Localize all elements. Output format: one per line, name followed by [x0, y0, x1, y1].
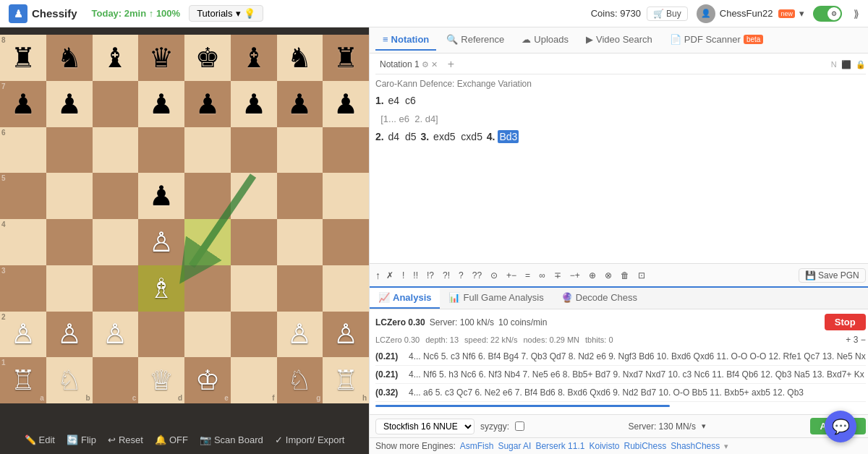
cell-g3[interactable] — [277, 265, 323, 312]
move-up-icon[interactable]: ↑ — [375, 270, 380, 281]
cell-f3[interactable] — [231, 265, 277, 312]
cell-a7[interactable]: ♟7 — [0, 81, 46, 127]
cell-b7[interactable]: ♟ — [46, 81, 93, 127]
annotation-mp-button[interactable]: ∓ — [551, 269, 564, 282]
more-engines-icon[interactable]: ▾ — [724, 442, 728, 451]
buy-button[interactable]: 🛒 Buy — [647, 7, 688, 21]
cell-g5[interactable] — [277, 173, 323, 219]
scan-board-button[interactable]: 📷 Scan Board — [200, 434, 263, 445]
cell-h5[interactable] — [323, 173, 369, 219]
tab-uploads[interactable]: ☁ Uploads — [514, 30, 576, 51]
cell-h7[interactable]: ♟ — [323, 81, 369, 127]
edit-button[interactable]: ✏️ Edit — [25, 434, 55, 445]
cell-e8[interactable]: ♚ — [184, 35, 231, 81]
cell-h8[interactable]: ♜ — [323, 35, 369, 81]
cell-f2[interactable] — [231, 312, 277, 358]
engine-link-rubichess[interactable]: RubiChess — [624, 441, 667, 451]
tab-notation[interactable]: ≡ Notation — [375, 30, 436, 51]
cell-b2[interactable]: ♙ — [46, 312, 93, 358]
engine-link-koivisto[interactable]: Koivisto — [589, 441, 619, 451]
cell-c2[interactable]: ♙ — [93, 312, 139, 358]
cell-a4[interactable]: 4 — [0, 219, 46, 265]
collapse-icon[interactable]: ⟫ — [854, 8, 859, 20]
engine-toggle[interactable]: ⚙ — [813, 6, 842, 22]
cell-g7[interactable]: ♟ — [277, 81, 323, 127]
move-d5[interactable]: d5 — [404, 130, 420, 143]
cell-d7[interactable]: ♟ — [138, 81, 184, 127]
annotation-inf-button[interactable]: ∞ — [536, 269, 548, 282]
annotation-plus-minus-button[interactable]: +− — [503, 269, 519, 282]
reset-button[interactable]: ↩ Reset — [108, 434, 143, 445]
tab-pdf-scanner[interactable]: 📄 PDF Scanner beta — [663, 30, 771, 51]
cell-g4[interactable] — [277, 219, 323, 265]
cell-c1[interactable]: c — [93, 357, 139, 403]
eval-line-1[interactable]: (0.21) 4... Nc6 5. c3 Nf6 6. Bf4 Bg4 7. … — [375, 348, 866, 366]
tab-analysis[interactable]: 📈 Analysis — [370, 288, 440, 309]
delete-button[interactable]: 🗑 — [618, 269, 632, 282]
cell-h1[interactable]: ♖h — [323, 357, 369, 403]
cell-f8[interactable]: ♝ — [231, 35, 277, 81]
annotation-q-exclaim-button[interactable]: ?! — [440, 269, 453, 282]
cell-b5[interactable] — [46, 173, 93, 219]
cell-b4[interactable] — [46, 219, 93, 265]
tutorials-button[interactable]: Tutorials ▾ 💡 — [189, 5, 263, 22]
cell-a2[interactable]: ♙2 — [0, 312, 46, 358]
cell-e7[interactable]: ♟ — [184, 81, 231, 127]
discord-button[interactable]: 💬 — [825, 411, 856, 442]
move-c6[interactable]: c6 — [404, 94, 417, 107]
stop-button[interactable]: Stop — [825, 314, 866, 330]
cell-a6[interactable]: 6 — [0, 127, 46, 174]
notation-tab-1[interactable]: Notation 1 ⚙ ✕ — [375, 58, 442, 71]
cell-c3[interactable] — [93, 265, 139, 312]
add-notation-tab-button[interactable]: + — [445, 58, 457, 71]
annotation-q-button[interactable]: ? — [456, 269, 467, 282]
annotation-circle-button[interactable]: ⊙ — [488, 269, 501, 282]
move-d4[interactable]: d4 — [387, 130, 404, 143]
cell-e5[interactable] — [184, 173, 231, 219]
cell-b3[interactable] — [46, 265, 93, 312]
cell-d1[interactable]: ♕d — [138, 357, 184, 403]
cell-b1[interactable]: ♘b — [46, 357, 93, 403]
cell-d8[interactable]: ♛ — [138, 35, 184, 81]
settings-small-icon[interactable]: ⚙ — [422, 60, 429, 69]
cell-f5[interactable] — [231, 173, 277, 219]
cell-e1[interactable]: ♔e — [184, 357, 231, 403]
eval-line-2[interactable]: (0.21) 4... Nf6 5. h3 Nc6 6. Nf3 Nb4 7. … — [375, 366, 866, 384]
cell-c8[interactable]: ♝ — [93, 35, 139, 81]
engine-link-shashchess[interactable]: ShashChess — [671, 441, 720, 451]
annotation-double-exclaim-button[interactable]: !! — [410, 269, 421, 282]
tab-reference[interactable]: 🔍 Reference — [439, 30, 511, 51]
cell-f1[interactable]: f — [231, 357, 277, 403]
cell-f4[interactable] — [231, 219, 277, 265]
annotation-cross-button[interactable]: ✗ — [383, 269, 396, 282]
flip-button[interactable]: 🔄 Flip — [67, 434, 96, 445]
move-cxd5[interactable]: cxd5 — [459, 130, 486, 143]
cell-h4[interactable] — [323, 219, 369, 265]
cell-a1[interactable]: ♖1a — [0, 357, 46, 403]
cell-c7[interactable] — [93, 81, 139, 127]
cell-d2[interactable] — [138, 312, 184, 358]
annotation-exclaim-button[interactable]: ! — [399, 269, 407, 282]
import-export-button[interactable]: ✓ Import/ Export — [275, 434, 345, 445]
cell-e2[interactable] — [184, 312, 231, 358]
annotation-mplus-button[interactable]: −+ — [567, 269, 583, 282]
cell-c5[interactable] — [93, 173, 139, 219]
syzygy-checkbox[interactable] — [515, 421, 524, 431]
annotation-equal-button[interactable]: = — [522, 269, 533, 282]
chevron-down-icon[interactable]: ▾ — [799, 8, 804, 19]
tab-full-game[interactable]: 📊 Full Game Analysis — [440, 288, 552, 309]
cell-b8[interactable]: ♞ — [46, 35, 93, 81]
cell-f6[interactable] — [231, 127, 277, 174]
cell-d3[interactable]: ♗ — [138, 265, 184, 312]
cell-c4[interactable] — [93, 219, 139, 265]
tab-video-search[interactable]: ▶ Video Search — [579, 30, 660, 51]
stockfish-select[interactable]: Stockfish 16 NNUE — [375, 419, 475, 434]
cell-g1[interactable]: ♘g — [277, 357, 323, 403]
cell-g8[interactable]: ♞ — [277, 35, 323, 81]
engine-link-berserk[interactable]: Berserk 11.1 — [535, 441, 584, 451]
cell-h6[interactable] — [323, 127, 369, 174]
chevron-server-icon[interactable]: ▾ — [702, 421, 706, 431]
cell-d5[interactable]: ♟ — [138, 173, 184, 219]
cell-e6[interactable] — [184, 127, 231, 174]
sound-toggle-button[interactable]: 🔔 OFF — [155, 434, 188, 445]
